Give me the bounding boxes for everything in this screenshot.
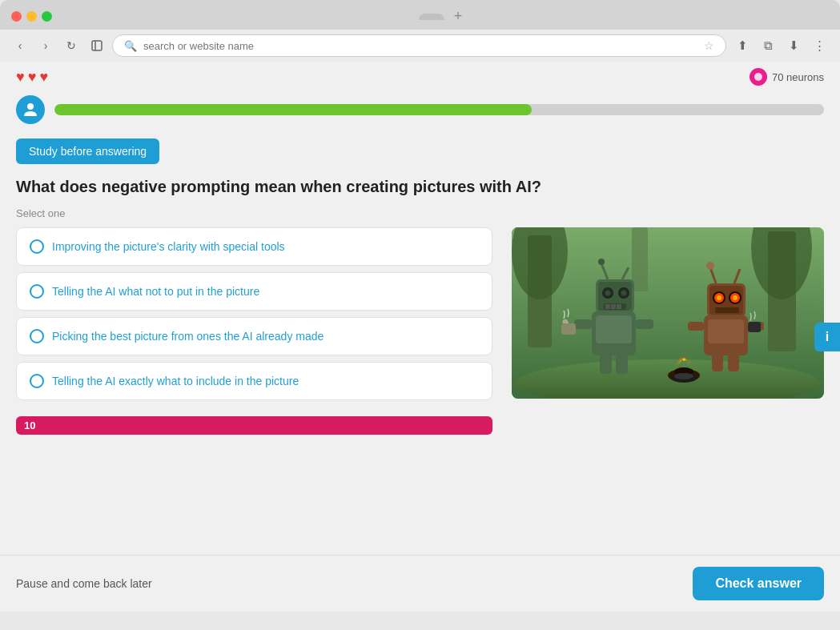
svg-rect-34 [561, 323, 576, 335]
windows-button[interactable]: ⧉ [757, 34, 779, 57]
svg-point-55 [674, 373, 693, 379]
svg-point-2 [754, 73, 762, 81]
svg-rect-49 [715, 307, 739, 313]
svg-rect-37 [688, 322, 704, 331]
sidebar-button[interactable] [86, 35, 107, 56]
heart-3: ♥ [39, 69, 48, 86]
svg-rect-16 [636, 319, 653, 329]
svg-rect-39 [712, 354, 723, 371]
svg-rect-15 [574, 319, 592, 329]
pause-button[interactable]: Pause and come back later [16, 577, 152, 590]
close-button[interactable] [11, 11, 22, 22]
check-answer-button[interactable]: Check answer [693, 567, 824, 600]
nav-actions: ⬆ ⧉ ⬇ ⋮ [731, 34, 830, 57]
main-content: ♥ ♥ ♥ 70 neurons Study before answering [0, 62, 840, 612]
browser-chrome: + ‹ › ↻ 🔍 ☆ ⬆ ⧉ ⬇ ⋮ [0, 0, 840, 62]
question-text: What does negative prompting mean when c… [16, 175, 824, 198]
quiz-image [512, 227, 824, 399]
share-button[interactable]: ⬆ [731, 34, 754, 57]
quiz-layout: Improving the picture's clarity with spe… [16, 227, 824, 435]
radio-4[interactable] [30, 374, 44, 388]
svg-rect-9 [632, 227, 648, 291]
forward-button[interactable]: › [35, 35, 56, 56]
neurons-info: 70 neurons [750, 68, 824, 86]
option-3[interactable]: Picking the best picture from ones the A… [16, 317, 492, 355]
svg-rect-18 [616, 354, 628, 374]
minimize-button[interactable] [26, 11, 37, 22]
option-3-text: Picking the best picture from ones the A… [52, 330, 324, 343]
select-one-label: Select one [16, 207, 824, 219]
svg-point-26 [621, 291, 626, 295]
svg-rect-30 [617, 304, 621, 309]
svg-rect-36 [708, 319, 744, 343]
bookmark-icon[interactable]: ☆ [704, 39, 714, 52]
info-side-button[interactable]: i [814, 323, 840, 351]
hearts-display: ♥ ♥ ♥ [16, 69, 48, 86]
heart-1: ♥ [16, 69, 25, 86]
radio-1[interactable] [30, 239, 44, 254]
svg-rect-28 [605, 304, 610, 309]
svg-rect-53 [748, 322, 761, 332]
more-button[interactable]: ⋮ [808, 34, 830, 57]
option-2[interactable]: Telling the AI what not to put in the pi… [16, 272, 492, 311]
study-before-answering-button[interactable]: Study before answering [16, 138, 159, 164]
svg-rect-0 [92, 41, 102, 50]
image-column [512, 227, 824, 399]
svg-point-32 [598, 259, 605, 265]
download-button[interactable]: ⬇ [782, 34, 805, 57]
quiz-header: ♥ ♥ ♥ 70 neurons [0, 62, 840, 92]
brain-icon [750, 68, 767, 86]
reload-button[interactable]: ↻ [61, 35, 82, 56]
options-column: Improving the picture's clarity with spe… [16, 227, 492, 435]
svg-point-48 [733, 295, 738, 300]
option-2-text: Telling the AI what not to put in the pi… [52, 285, 259, 298]
search-input[interactable] [143, 40, 697, 52]
progress-avatar [16, 95, 45, 124]
new-tab-button[interactable]: + [448, 8, 469, 25]
option-1[interactable]: Improving the picture's clarity with spe… [16, 227, 492, 266]
traffic-lights [11, 11, 52, 22]
progress-bar-fill [54, 104, 532, 115]
radio-3[interactable] [30, 329, 44, 343]
maximize-button[interactable] [42, 11, 52, 22]
quiz-footer: Pause and come back later Check answer [0, 555, 840, 612]
svg-point-51 [706, 262, 714, 270]
quiz-content: Study before answering What does negativ… [0, 130, 840, 566]
svg-point-45 [717, 295, 721, 300]
svg-rect-14 [596, 315, 632, 343]
title-bar: + [0, 0, 840, 30]
svg-rect-29 [611, 304, 616, 309]
svg-rect-3 [27, 103, 34, 110]
progress-bar-container [54, 104, 824, 115]
option-4[interactable]: Telling the AI exactly what to include i… [16, 362, 492, 400]
option-1-text: Improving the picture's clarity with spe… [52, 240, 285, 253]
neurons-count: 70 neurons [772, 71, 824, 83]
svg-rect-40 [728, 354, 739, 371]
progress-section [0, 92, 840, 130]
heart-2: ♥ [28, 69, 37, 86]
nav-bar: ‹ › ↻ 🔍 ☆ ⬆ ⧉ ⬇ ⋮ [0, 30, 840, 62]
svg-rect-17 [600, 354, 612, 374]
address-bar[interactable]: 🔍 ☆ [112, 34, 726, 57]
browser-tab[interactable] [419, 14, 444, 20]
back-button[interactable]: ‹ [10, 35, 30, 56]
radio-2[interactable] [30, 284, 44, 299]
points-badge: 10 [16, 416, 492, 435]
svg-point-23 [605, 291, 610, 295]
option-4-text: Telling the AI exactly what to include i… [52, 375, 299, 387]
search-icon: 🔍 [124, 40, 137, 52]
